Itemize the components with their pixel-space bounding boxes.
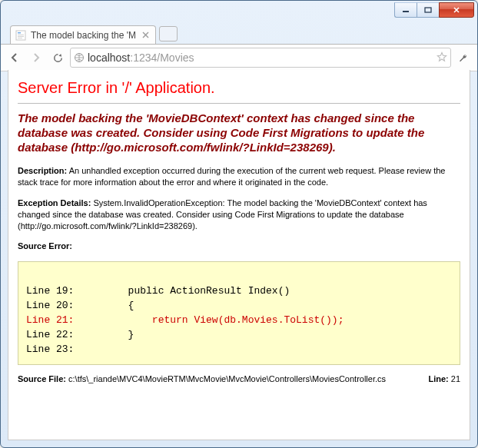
maximize-button[interactable] [417, 2, 440, 18]
url-path: :1234/Movies [130, 51, 194, 64]
browser-window: The model backing the 'M localhost:1234/… [0, 0, 478, 448]
new-tab-button[interactable] [159, 26, 178, 41]
back-button[interactable] [5, 48, 24, 67]
minimize-button[interactable] [394, 2, 417, 18]
settings-wrench-icon[interactable] [454, 48, 473, 67]
svg-rect-0 [403, 11, 409, 12]
svg-rect-4 [18, 35, 24, 35]
svg-rect-3 [18, 32, 21, 34]
tab-title: The model backing the 'M [31, 30, 135, 41]
reload-button[interactable] [48, 48, 67, 67]
address-bar[interactable]: localhost:1234/Movies [70, 48, 451, 68]
line-number: 21 [449, 374, 460, 383]
tab-strip: The model backing the 'M [1, 24, 477, 44]
error-title: Server Error in '/' Application. [18, 79, 460, 97]
close-button[interactable] [439, 2, 474, 18]
browser-toolbar: localhost:1234/Movies [1, 44, 477, 71]
bookmark-star-icon[interactable] [437, 51, 447, 65]
exception-label: Exception Details: [18, 198, 91, 207]
page-icon [15, 30, 26, 41]
source-file-block: Source File: c:\tfs\_riande\MVC4\MovieRT… [18, 374, 460, 383]
description-block: Description: An unhandled exception occu… [18, 165, 460, 188]
description-label: Description: [18, 166, 67, 175]
error-subtitle: The model backing the 'MovieDBContext' c… [18, 111, 460, 154]
forward-button[interactable] [27, 48, 45, 67]
page-content: Server Error in '/' Application. The mod… [8, 70, 470, 440]
globe-icon [74, 52, 85, 63]
url-host: localhost [88, 51, 130, 64]
description-text: An unhandled exception occurred during t… [18, 166, 445, 187]
code-line-19: Line 19: public ActionResult Index() [26, 285, 290, 297]
source-error-label: Source Error: [18, 241, 460, 252]
code-line-21: Line 21: return View(db.Movies.ToList())… [26, 314, 344, 326]
svg-rect-5 [18, 36, 24, 37]
exception-block: Exception Details: System.InvalidOperati… [18, 197, 460, 232]
code-line-20: Line 20: { [26, 300, 134, 311]
code-line-22: Line 22: } [26, 329, 134, 340]
window-titlebar [1, 1, 477, 24]
svg-rect-6 [18, 38, 22, 38]
source-file-label: Source File: [18, 374, 66, 383]
tab-close-icon[interactable] [140, 30, 151, 41]
svg-rect-1 [425, 8, 431, 12]
source-code-box: Line 19: public ActionResult Index() Lin… [18, 261, 460, 365]
browser-tab[interactable]: The model backing the 'M [10, 25, 156, 44]
code-line-23: Line 23: [26, 343, 74, 355]
line-label: Line: [428, 374, 448, 383]
url-text: localhost:1234/Movies [88, 51, 194, 64]
divider [18, 103, 460, 104]
source-file-path: c:\tfs\_riande\MVC4\MovieRTM\MvcMovie\Mv… [66, 374, 386, 383]
